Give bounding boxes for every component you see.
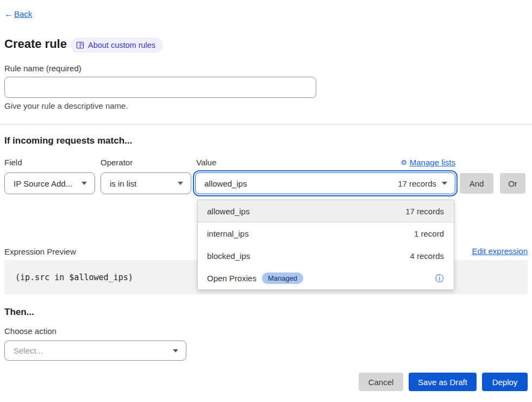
about-custom-rules-label: About custom rules [88,41,155,50]
chevron-down-icon [173,349,178,352]
about-custom-rules-link[interactable]: About custom rules [71,38,163,53]
list-records-count: 1 record [414,229,444,238]
value-label: Value [196,158,216,167]
expression-code-text: (ip.src in $allowed_ips) [15,273,133,282]
value-select-value: allowed_ips [204,179,391,188]
and-button[interactable]: And [460,173,493,194]
chevron-down-icon [442,182,447,185]
action-select[interactable]: Select... [4,341,186,361]
edit-expression-link[interactable]: Edit expression [472,246,528,256]
rule-name-input[interactable] [4,77,316,98]
action-select-placeholder: Select... [14,346,167,355]
choose-action-label: Choose action [4,326,57,336]
section-divider [0,124,532,125]
book-icon [76,41,84,49]
then-section-heading: Then... [4,307,34,318]
back-link[interactable]: ←Back [4,9,32,19]
expression-preview-label: Expression Preview [4,247,76,256]
chevron-down-icon [178,182,183,185]
dropdown-item-blocked-ips[interactable]: blocked_ips 4 records [198,245,454,267]
save-as-draft-button[interactable]: Save as Draft [409,373,477,391]
chevron-down-icon [82,182,87,185]
list-records-count: 17 records [405,207,444,216]
create-rule-page: ←Back Create rule About custom rules Rul… [0,0,532,402]
field-select-value: IP Source Add... [14,179,76,188]
managed-badge: Managed [262,273,303,284]
manage-lists-link[interactable]: ⚙ Manage lists [400,158,455,167]
value-select[interactable]: allowed_ips 17 records [195,172,455,194]
cancel-button[interactable]: Cancel [359,373,403,391]
list-name: internal_ips [207,229,414,238]
page-title: Create rule [4,37,67,51]
value-select-records-count: 17 records [398,179,436,188]
dropdown-item-allowed-ips[interactable]: allowed_ips 17 records [198,200,454,222]
operator-label: Operator [101,158,133,167]
deploy-button[interactable]: Deploy [482,373,528,391]
dropdown-item-open-proxies[interactable]: Open Proxies Managed ⓘ [198,267,454,289]
list-name: allowed_ips [207,207,405,216]
rule-name-label: Rule name (required) [4,64,82,73]
gear-icon: ⚙ [400,158,407,166]
list-name: Open Proxies [207,274,256,283]
list-name: blocked_ips [207,251,410,261]
back-link-label: Back [14,9,32,18]
operator-select-value: is in list [110,179,172,188]
field-label: Field [4,158,22,167]
manage-lists-label: Manage lists [410,158,455,167]
or-button[interactable]: Or [500,173,525,194]
match-section-heading: If incoming requests match... [4,135,132,146]
list-records-count: 4 records [410,251,444,261]
value-dropdown-menu: allowed_ips 17 records internal_ips 1 re… [197,200,454,290]
field-select[interactable]: IP Source Add... [4,172,95,194]
back-arrow-icon: ← [4,9,13,18]
rule-name-helper-text: Give your rule a descriptive name. [4,101,128,110]
dropdown-item-internal-ips[interactable]: internal_ips 1 record [198,222,454,245]
info-icon[interactable]: ⓘ [435,274,444,283]
operator-select[interactable]: is in list [101,172,191,194]
